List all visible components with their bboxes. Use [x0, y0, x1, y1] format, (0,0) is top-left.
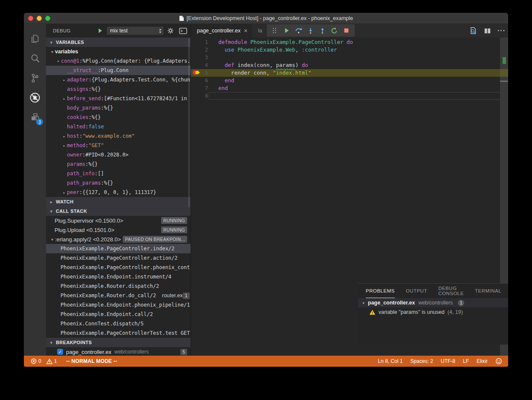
stack-frame-row[interactable]: PhoenixExample.Endpoint.call/2 [46, 310, 191, 319]
debug-config-select[interactable]: mix test [107, 26, 164, 35]
variable-row[interactable]: path_info[] [46, 169, 191, 178]
thread-row[interactable]: Plug.Supervisor <0.1500.0> RUNNING [46, 216, 191, 225]
bottom-panel: PROBLEMS OUTPUT DEBUG CONSOLE TERMINAL ×… [358, 283, 508, 345]
stop-button[interactable] [341, 26, 351, 36]
chevron-down-icon: ▾ [49, 237, 55, 242]
warning-icon [46, 359, 52, 364]
problem-count-badge: 1 [458, 300, 464, 306]
variable-row[interactable]: ▸ peer{{127, 0, 0, 1}, 111317} [46, 188, 191, 197]
document-icon [179, 15, 184, 21]
thread-row[interactable]: Plug.Upload <0.1501.0> RUNNING [46, 225, 191, 235]
restart-button[interactable] [329, 26, 339, 36]
variable-row[interactable]: __struct__Plug.Conn [46, 66, 191, 75]
tab-partial[interactable]: la [252, 24, 266, 38]
stack-frame-row[interactable]: PhoenixExample.PageControllerTest.test G… [46, 328, 191, 338]
debug-icon[interactable] [24, 88, 46, 107]
variables-section-header[interactable]: ▾ VARIABLES [46, 38, 191, 47]
stack-frame-row[interactable]: PhoenixExample.Endpoint.instrument/4 [46, 272, 191, 281]
stack-frame-row[interactable]: PhoenixExample.PageController.action/2 [46, 253, 191, 263]
breakpoints-section-header[interactable]: ▾ BREAKPOINTS [46, 338, 191, 347]
stack-frame-row[interactable]: Phoenix.ConnTest.dispatch/5 [46, 319, 191, 328]
editor-tab-bar: page_controller.ex × la ··· [191, 24, 508, 38]
thread-row[interactable]: ▾ :erlang.apply/2 <0.2028.0> PAUSED ON B… [46, 235, 191, 244]
stack-frame-row[interactable]: PhoenixExample.Endpoint.phoenix_pipeline… [46, 300, 191, 310]
feedback-smiley-icon[interactable] [495, 358, 502, 365]
sidebar-scrollbar[interactable] [188, 38, 190, 207]
breakpoint-row[interactable]: ✓ page_controller.ex web/controllers 5 [46, 347, 191, 356]
stack-frame-row[interactable]: PhoenixExample.PageController.phoenix_co… [46, 263, 191, 272]
variable-row[interactable]: ▸ method"GET" [46, 141, 191, 150]
chevron-right-icon: ▸ [61, 134, 67, 139]
extensions-icon[interactable]: 3 [24, 107, 46, 127]
open-preview-icon[interactable] [469, 26, 477, 35]
variables-scope-row[interactable]: ▾ variables [46, 47, 191, 56]
step-out-button[interactable] [317, 26, 327, 36]
status-bar: 0 1 -- NORMAL MODE -- Ln 8, Col 1 Spaces… [24, 356, 508, 367]
thread-status-badge: RUNNING [161, 226, 187, 233]
stopped-line-mark [500, 69, 508, 77]
titlebar: [Extension Development Host] - page_cont… [24, 13, 508, 24]
more-actions-icon[interactable]: ··· [497, 27, 506, 35]
debug-settings-gear-icon[interactable] [167, 27, 174, 34]
variable-row[interactable]: path_params%{} [46, 178, 191, 188]
debug-console-toggle-icon[interactable] [179, 28, 187, 34]
explorer-icon[interactable] [24, 29, 46, 49]
stack-frame-row[interactable]: PhoenixExample.Router.dispatch/2 [46, 281, 191, 291]
language-mode[interactable]: Elixir [477, 358, 488, 364]
call-stack-section-header[interactable]: ▾ CALL STACK [46, 206, 191, 216]
search-icon[interactable] [24, 49, 46, 68]
frame-file-label: router.ex [162, 293, 183, 299]
step-into-button[interactable] [305, 26, 315, 36]
warning-count[interactable]: 1 [46, 358, 57, 364]
stack-frame-row[interactable]: PhoenixExample.Router.do_call/2 router.e… [46, 291, 191, 300]
close-window-button[interactable] [28, 16, 33, 21]
variable-row[interactable]: owner#PID<0.2028.0> [46, 150, 191, 159]
chevron-right-icon: ▸ [61, 78, 67, 82]
tab-terminal[interactable]: TERMINAL [475, 284, 501, 298]
stack-frame-row[interactable]: PhoenixExample.PageController.index/2 [46, 244, 191, 253]
toolbar-drag-handle[interactable] [269, 26, 280, 36]
cursor-position[interactable]: Ln 8, Col 1 [378, 358, 403, 364]
zoom-window-button[interactable] [45, 16, 50, 21]
variable-row[interactable]: ▸ host"www.example.com" [46, 131, 191, 141]
chevron-right-icon: ▸ [49, 200, 54, 204]
breakpoint-checkbox[interactable]: ✓ [57, 349, 63, 355]
chevron-down-icon: ▾ [49, 340, 54, 345]
minimize-window-button[interactable] [37, 16, 42, 21]
indentation[interactable]: Spaces: 2 [411, 358, 433, 364]
git-change-mark [503, 57, 506, 64]
extensions-badge: 3 [36, 119, 43, 125]
problem-warning-row[interactable]: variable "params" is unused (4, 19) [358, 307, 508, 317]
variable-row[interactable]: haltedfalse [46, 122, 191, 131]
thread-status-badge: RUNNING [161, 217, 187, 224]
variable-row[interactable]: body_params%{} [46, 103, 191, 113]
variable-row[interactable]: assigns%{} [46, 84, 191, 94]
variable-row[interactable]: cookies%{} [46, 113, 191, 122]
error-count[interactable]: 0 [31, 358, 41, 364]
debug-sidebar-header: DEBUG mix test [46, 24, 191, 38]
chevron-right-icon: ▸ [61, 190, 67, 195]
overview-mark [500, 81, 508, 82]
breakpoint-line-badge: 5 [180, 349, 187, 355]
close-tab-icon[interactable]: × [244, 27, 247, 34]
eol-sequence[interactable]: LF [463, 358, 469, 364]
watch-section-header[interactable]: ▸ WATCH [46, 197, 191, 206]
variable-row[interactable]: ▸ adapter{Plug.Adapters.Test.Conn, %{chu… [46, 75, 191, 84]
source-control-icon[interactable] [24, 68, 46, 88]
select-spinner-icon [156, 27, 163, 35]
window-title: [Extension Development Host] - page_cont… [187, 15, 353, 21]
tab-debug-console[interactable]: DEBUG CONSOLE [438, 284, 464, 298]
chevron-down-icon: ▾ [49, 40, 54, 45]
variable-row[interactable]: ▾ conn@1%Plug.Conn{adapter: {Plug.Adapte… [46, 56, 191, 66]
encoding[interactable]: UTF-8 [441, 358, 455, 364]
continue-button[interactable] [281, 26, 292, 36]
variable-row[interactable]: ▸ before_send[#Function<11.67278243/1 in… [46, 94, 191, 103]
split-editor-icon[interactable] [483, 27, 492, 35]
tab-output[interactable]: OUTPUT [406, 284, 427, 298]
variable-row[interactable]: params%{} [46, 159, 191, 169]
tab-page-controller[interactable]: page_controller.ex × [191, 24, 252, 38]
step-over-button[interactable] [293, 26, 304, 36]
tab-problems[interactable]: PROBLEMS [366, 284, 395, 298]
problems-file-row[interactable]: ▾ page_controller.ex web/controllers 1 [358, 298, 508, 307]
start-debug-button[interactable] [97, 28, 103, 34]
